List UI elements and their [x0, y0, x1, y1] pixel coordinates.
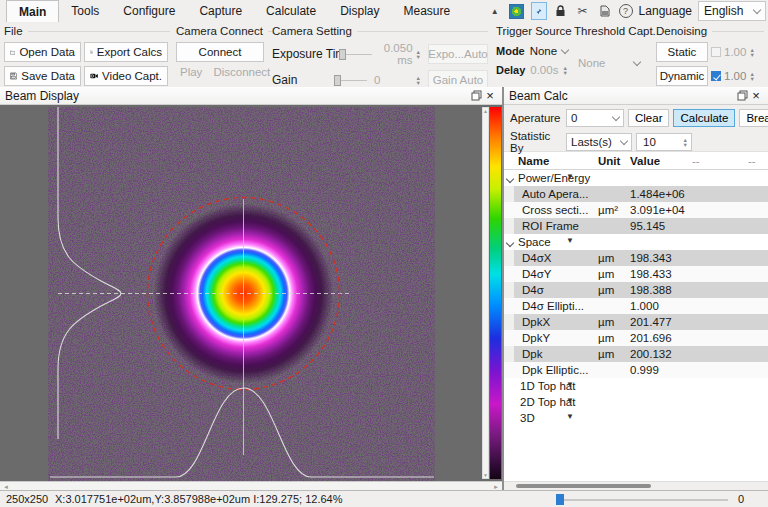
display-zoom-slider-handle[interactable]: [556, 494, 564, 505]
lock-icon[interactable]: [553, 3, 569, 19]
table-row[interactable]: D4σ Ellipti... 1.000: [504, 298, 768, 314]
display-zoom-slider[interactable]: [560, 499, 728, 501]
gain-spinner[interactable]: ▲▼: [416, 76, 421, 85]
tab-display[interactable]: Display: [328, 0, 391, 22]
tab-calculate[interactable]: Calculate: [254, 0, 328, 22]
beam-image-area[interactable]: ▲▼: [0, 105, 502, 481]
spinner-down-icon[interactable]: ▼: [749, 77, 754, 81]
beam-calc-titlebar[interactable]: Beam Calc ×: [504, 87, 768, 105]
group-dropdown-icon[interactable]: ▼: [566, 412, 574, 421]
spinner-down-icon[interactable]: ▼: [683, 143, 688, 147]
spinner-down-icon[interactable]: ▼: [749, 53, 754, 57]
clear-button[interactable]: Clear: [628, 109, 669, 127]
static-denoise-spinner[interactable]: ▲▼: [749, 48, 754, 57]
exposure-value[interactable]: 0.050 ms: [375, 42, 413, 66]
dynamic-denoise-spinner[interactable]: ▲▼: [749, 72, 754, 81]
scrollbar-thumb[interactable]: [516, 484, 651, 488]
table-row[interactable]: D4σY µm 198.433: [504, 266, 768, 282]
scissors-icon[interactable]: ✂: [575, 3, 591, 19]
video-capture-button[interactable]: Video Capt.: [84, 66, 168, 86]
static-denoise-value[interactable]: 1.00: [724, 46, 746, 58]
beam-view-icon[interactable]: [509, 3, 525, 19]
scroll-up-icon[interactable]: ▲: [483, 108, 488, 114]
beam-vertical-scrollbar[interactable]: ▲▼: [482, 107, 489, 479]
table-group-row[interactable]: 1D Top hat ▼: [504, 378, 768, 394]
open-data-button[interactable]: Open Data: [4, 42, 81, 62]
trigger-delay-spinner[interactable]: ▲▼: [563, 66, 568, 75]
trigger-mode-select[interactable]: None: [530, 42, 568, 60]
float-panel-icon[interactable]: [469, 90, 483, 101]
table-row[interactable]: DpkX µm 201.477: [504, 314, 768, 330]
table-row[interactable]: Auto Apera... 1.484e+06: [504, 186, 768, 202]
table-group-row[interactable]: 3D ▼: [504, 410, 768, 426]
exposure-slider[interactable]: [339, 49, 372, 60]
table-row[interactable]: D4σ µm 198.388: [504, 282, 768, 298]
statistic-count-input[interactable]: 10 ▲▼: [636, 133, 692, 151]
spinner-up-icon[interactable]: ▲: [749, 48, 754, 52]
tab-measure[interactable]: Measure: [391, 0, 462, 22]
spinner-down-icon[interactable]: ▼: [416, 55, 421, 59]
table-group-row[interactable]: 2D Top hat ▼: [504, 394, 768, 410]
exposure-auto-button[interactable]: Expo...Auto: [428, 44, 488, 64]
spinner-down-icon[interactable]: ▼: [416, 81, 421, 85]
exposure-slider-handle[interactable]: [339, 49, 346, 60]
statistic-count-spinner[interactable]: ▲▼: [683, 138, 688, 147]
export-calcs-button[interactable]: Export Calcs: [84, 42, 168, 62]
beam-display-titlebar[interactable]: Beam Display ×: [0, 87, 502, 105]
static-denoise-button[interactable]: Static: [656, 42, 708, 62]
table-row[interactable]: Dpk µm 200.132: [504, 346, 768, 362]
group-dropdown-icon[interactable]: ▼: [566, 396, 574, 405]
float-panel-icon[interactable]: [735, 90, 749, 101]
gain-slider-handle[interactable]: [334, 75, 341, 86]
dynamic-denoise-button[interactable]: Dynamic: [656, 66, 708, 86]
statistic-by-select[interactable]: Lasts(s): [566, 133, 632, 151]
disconnect-button[interactable]: Disconnect: [209, 66, 274, 78]
close-panel-icon[interactable]: ×: [749, 88, 763, 103]
chevron-expanded-icon[interactable]: [506, 175, 514, 183]
help-icon[interactable]: ?: [619, 4, 633, 18]
static-denoise-checkbox[interactable]: [711, 47, 721, 57]
connect-button[interactable]: Connect: [176, 42, 264, 62]
gain-value[interactable]: 0: [370, 74, 413, 86]
dynamic-denoise-checkbox[interactable]: [711, 71, 721, 81]
table-row[interactable]: ROI Frame 95.145: [504, 218, 768, 234]
dynamic-denoise-value[interactable]: 1.00: [724, 70, 746, 82]
collapse-ribbon-icon[interactable]: ▲: [487, 3, 503, 19]
calculate-button[interactable]: Calculate: [673, 109, 735, 127]
scroll-left-icon[interactable]: ◄: [3, 484, 9, 490]
group-dropdown-icon[interactable]: ▼: [566, 380, 574, 389]
breakpoint-button[interactable]: Breakpoint: [739, 109, 768, 127]
pin-icon[interactable]: [531, 2, 547, 20]
tab-capture[interactable]: Capture: [187, 0, 254, 22]
spinner-up-icon[interactable]: ▲: [683, 138, 688, 142]
aperture-select[interactable]: 0: [566, 109, 624, 127]
play-button[interactable]: Play: [176, 66, 206, 78]
close-panel-icon[interactable]: ×: [483, 88, 497, 103]
scroll-right-icon[interactable]: ►: [493, 484, 499, 490]
table-row[interactable]: Cross secti... µm² 3.091e+04: [504, 202, 768, 218]
threshold-select[interactable]: None: [574, 54, 644, 72]
spinner-up-icon[interactable]: ▲: [416, 76, 421, 80]
tab-configure[interactable]: Configure: [111, 0, 187, 22]
table-row[interactable]: D4σX µm 198.343: [504, 250, 768, 266]
spinner-up-icon[interactable]: ▲: [749, 72, 754, 76]
trigger-delay-value[interactable]: 0.00s: [530, 64, 559, 76]
group-dropdown-icon[interactable]: ▼: [566, 236, 574, 245]
results-table-header[interactable]: Name Unit Value -- --: [504, 152, 768, 170]
spinner-up-icon[interactable]: ▲: [416, 50, 421, 54]
tab-tools[interactable]: Tools: [59, 0, 111, 22]
table-row[interactable]: Dpk Elliptic... 0.999: [504, 362, 768, 378]
table-row[interactable]: DpkY µm 201.696: [504, 330, 768, 346]
save-data-button[interactable]: Save Data: [4, 66, 81, 86]
group-dropdown-icon[interactable]: ▼: [566, 172, 574, 181]
language-select[interactable]: English: [698, 1, 766, 21]
chevron-expanded-icon[interactable]: [506, 239, 514, 247]
spinner-up-icon[interactable]: ▲: [563, 66, 568, 70]
exposure-spinner[interactable]: ▲▼: [416, 50, 421, 59]
table-group-row[interactable]: Power/Energy ▼: [504, 170, 768, 186]
scroll-down-icon[interactable]: ▼: [483, 472, 488, 478]
spinner-down-icon[interactable]: ▼: [563, 71, 568, 75]
gain-slider[interactable]: [334, 75, 367, 86]
table-group-row[interactable]: Space ▼: [504, 234, 768, 250]
beam-calc-horizontal-scrollbar[interactable]: [504, 481, 768, 490]
